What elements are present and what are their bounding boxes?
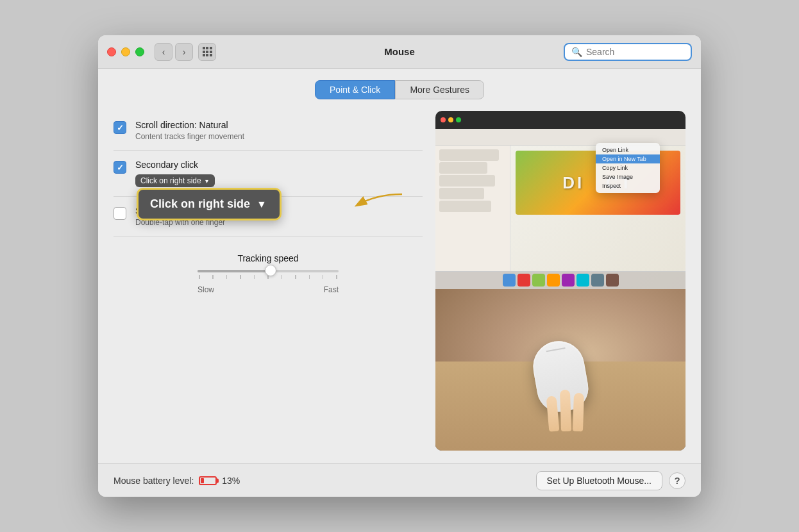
- scroll-direction-desc: Content tracks finger movement: [135, 132, 244, 141]
- ss-sidebar-item: [439, 188, 484, 199]
- ss-dock-icon: [517, 274, 530, 287]
- finger-3: [573, 393, 584, 432]
- battery-percentage: 13%: [222, 476, 240, 486]
- ss-dock-icon: [562, 274, 575, 287]
- nav-buttons: ‹ ›: [155, 43, 193, 61]
- context-menu-item: Open Link: [596, 145, 660, 154]
- scroll-direction-info: Scroll direction: Natural Content tracks…: [135, 120, 244, 141]
- scroll-direction-title: Scroll direction: Natural: [135, 120, 244, 130]
- main-window: ‹ › Mouse 🔍 Point & Click More Gestures: [98, 35, 701, 497]
- minimize-button[interactable]: [121, 47, 130, 56]
- ss-dot-yellow: [448, 117, 453, 122]
- check-icon-2: ✓: [117, 163, 124, 172]
- secondary-click-dropdown[interactable]: Click on right side ▾: [135, 174, 215, 187]
- ss-dock: [435, 271, 685, 289]
- finger-2: [560, 390, 571, 432]
- close-button[interactable]: [107, 47, 116, 56]
- ss-dock-icon: [606, 274, 619, 287]
- ss-dock-icon: [503, 274, 516, 287]
- forward-button[interactable]: ›: [175, 43, 193, 61]
- mouse-hand-container: [435, 289, 685, 451]
- maximize-button[interactable]: [135, 47, 144, 56]
- scroll-direction-checkbox[interactable]: ✓: [114, 121, 126, 134]
- ss-dock-icon: [591, 274, 604, 287]
- ss-sidebar-item: [439, 201, 491, 212]
- grid-icon: [203, 47, 212, 56]
- bluetooth-setup-button[interactable]: Set Up Bluetooth Mouse...: [536, 471, 662, 490]
- ss-sidebar: [435, 145, 510, 289]
- ss-dot-red: [441, 117, 446, 122]
- setting-row-secondary: ✓ Secondary click Click on right side ▾ …: [114, 151, 423, 197]
- preview-top: DI CT Open Link Open in New Tab Copy Lin…: [435, 111, 685, 289]
- dropdown-value: Click on right side: [140, 176, 201, 185]
- forward-icon: ›: [183, 47, 186, 57]
- context-menu-item: Copy Link: [596, 163, 660, 172]
- slider-fast-label: Fast: [324, 285, 339, 294]
- setting-row-scroll: ✓ Scroll direction: Natural Content trac…: [114, 111, 423, 151]
- help-button[interactable]: ?: [669, 472, 685, 489]
- bottom-bar: Mouse battery level: 13% Set Up Bluetoot…: [98, 463, 701, 497]
- secondary-click-info: Secondary click Click on right side ▾: [135, 160, 215, 187]
- search-bar[interactable]: 🔍: [564, 43, 692, 61]
- bottom-right: Set Up Bluetooth Mouse... ?: [536, 471, 685, 490]
- smart-zoom-checkbox[interactable]: [114, 207, 126, 220]
- tab-bar: Point & Click More Gestures: [114, 80, 685, 99]
- hand-fingers: [548, 390, 584, 431]
- check-icon: ✓: [117, 124, 124, 132]
- battery-label: Mouse battery level:: [114, 476, 194, 486]
- window-title: Mouse: [384, 46, 415, 57]
- preview-bottom: [435, 289, 685, 451]
- slider-slow-label: Slow: [198, 285, 214, 294]
- slider-labels: Slow Fast: [198, 285, 339, 294]
- back-icon: ‹: [162, 47, 165, 57]
- battery-fill: [201, 478, 203, 483]
- popup-arrow-icon: ▼: [257, 199, 267, 210]
- tracking-speed-label: Tracking speed: [237, 253, 298, 263]
- context-menu-item: Save Image: [596, 172, 660, 181]
- slider-thumb[interactable]: [265, 265, 276, 276]
- ss-dock-icon: [532, 274, 545, 287]
- content-area: Point & Click More Gestures ✓ Scroll dir…: [98, 69, 701, 463]
- screenshot-preview: DI CT Open Link Open in New Tab Copy Lin…: [435, 111, 685, 289]
- battery-icon: [199, 476, 217, 485]
- battery-section: Mouse battery level: 13%: [114, 476, 240, 486]
- ss-sidebar-item: [439, 162, 487, 174]
- popup-label: Click on right side: [150, 197, 250, 211]
- titlebar: ‹ › Mouse 🔍: [98, 35, 701, 69]
- traffic-lights: [107, 47, 144, 56]
- ss-dock-icon: [576, 274, 589, 287]
- ss-topbar: [435, 111, 685, 129]
- tracking-speed-section: Tracking speed: [114, 243, 423, 304]
- ss-sidebar-item: [439, 175, 495, 187]
- context-menu-preview: Open Link Open in New Tab Copy Link Save…: [596, 143, 660, 193]
- grid-button[interactable]: [198, 43, 216, 61]
- tab-point-click[interactable]: Point & Click: [315, 80, 395, 99]
- main-panel: ✓ Scroll direction: Natural Content trac…: [114, 111, 685, 451]
- ss-content: DI CT Open Link Open in New Tab Copy Lin…: [435, 145, 685, 289]
- slider-filled: [198, 270, 271, 272]
- back-button[interactable]: ‹: [155, 43, 172, 61]
- settings-panel: ✓ Scroll direction: Natural Content trac…: [114, 111, 423, 451]
- tracking-speed-slider[interactable]: [198, 270, 339, 279]
- context-menu-item: Inspect: [596, 181, 660, 190]
- search-icon: 🔍: [571, 47, 582, 57]
- slider-track: [198, 270, 339, 272]
- tab-more-gestures[interactable]: More Gestures: [395, 80, 484, 99]
- dropdown-popup[interactable]: Click on right side ▼: [137, 188, 282, 220]
- ss-sidebar-item: [439, 149, 499, 161]
- hand-mouse-visual: [435, 289, 685, 451]
- context-menu-item-highlight: Open in New Tab: [596, 154, 660, 163]
- secondary-click-title: Secondary click: [135, 160, 215, 170]
- secondary-click-checkbox[interactable]: ✓: [114, 161, 126, 174]
- search-input[interactable]: [586, 47, 684, 57]
- preview-panel: DI CT Open Link Open in New Tab Copy Lin…: [435, 111, 685, 451]
- ss-dock-icon: [547, 274, 560, 287]
- dropdown-arrow-icon: ▾: [205, 178, 208, 185]
- finger-1: [546, 395, 560, 431]
- ss-main-content: DI CT Open Link Open in New Tab Copy Lin…: [510, 145, 685, 289]
- ss-dot-green: [456, 117, 461, 122]
